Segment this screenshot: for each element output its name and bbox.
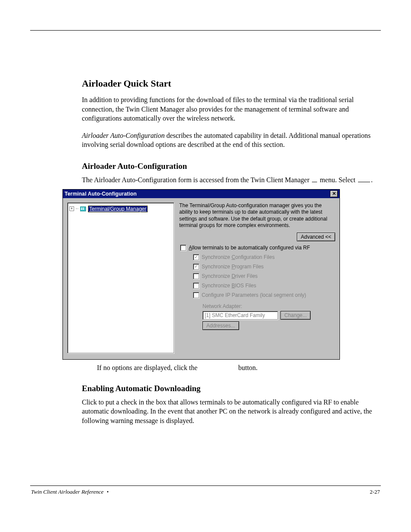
autoconfig-intro-b: menu. Select (318, 176, 357, 184)
dialog-description: The Terminal/Group Auto-configuration ma… (179, 202, 335, 229)
section-heading: Airloader Quick Start (82, 78, 377, 89)
opt-sync-drv-row: Synchronize Driver Files (193, 273, 335, 279)
addresses-button: Addresses... (202, 321, 239, 330)
opt-sync-prog-label: Synchronize Program Files (202, 264, 264, 270)
terminal-auto-config-dialog: Terminal Auto-Configuration ✕ + Terminal… (62, 189, 340, 360)
blank-1 (312, 182, 317, 182)
checkbox-sync-cfg (193, 254, 199, 260)
subheading-auto-config: Airloader Auto-Configuration (82, 162, 377, 171)
advanced-button[interactable]: Advanced << (297, 233, 335, 241)
adapter-value: [1] SMC EtherCard Family (202, 311, 278, 320)
svg-rect-2 (83, 208, 84, 208)
dialog-title: Terminal Auto-Configuration (65, 191, 137, 197)
adapter-label: Network Adapter: (202, 303, 335, 309)
note-a: If no options are displayed, click the (97, 364, 199, 371)
subheading-enable-auto: Enabling Automatic Downloading (82, 384, 377, 393)
change-button: Change... (280, 311, 311, 320)
checkbox-allow[interactable] (180, 245, 186, 251)
note-b: button. (237, 364, 258, 371)
autoconfig-intro-a: The Airloader Auto-Configuration form is… (82, 176, 311, 184)
svg-rect-4 (83, 209, 84, 210)
opt-sync-drv-label: Synchronize Driver Files (202, 273, 258, 279)
opt-sync-cfg-label: Synchronize Configuration Files (202, 254, 274, 260)
checkbox-sync-prog (193, 264, 199, 270)
opt-ip-row: Configure IP Parameters (local segment o… (193, 292, 335, 298)
tree-root-label[interactable]: Terminal/Group Manager (88, 205, 148, 212)
intro2-link: Airloader Auto-Configuration (82, 132, 165, 139)
opt-allow-label: Allow terminals to be automatically conf… (189, 245, 310, 251)
right-pane: The Terminal/Group Auto-configuration ma… (179, 202, 335, 353)
intro-paragraph-2: Airloader Auto-Configuration describes t… (82, 131, 377, 149)
note-after-dialog: If no options are displayed, click the A… (97, 364, 381, 372)
blank-2 (358, 182, 370, 182)
opt-sync-bios-label: Synchronize BIOS Files (202, 283, 256, 289)
intro-paragraph-1: In addition to providing functions for t… (82, 95, 377, 123)
opt-ip-label: Configure IP Parameters (local segment o… (202, 292, 306, 298)
svg-rect-1 (81, 208, 82, 208)
dialog-titlebar: Terminal Auto-Configuration ✕ (63, 190, 339, 198)
checkbox-sync-bios (193, 283, 199, 289)
tree-pane[interactable]: + Terminal/Group Manager (67, 202, 174, 353)
svg-rect-3 (81, 209, 82, 210)
footer-left: Twin Client Airloader Reference (31, 488, 103, 495)
checkbox-ip (193, 292, 199, 298)
close-icon[interactable]: ✕ (330, 190, 338, 197)
opt-sync-cfg-row: Synchronize Configuration Files (193, 254, 335, 260)
page-footer: Twin Client Airloader Reference • 2-27 (30, 486, 381, 495)
footer-right: 2-27 (370, 488, 380, 495)
opt-sync-prog-row: Synchronize Program Files (193, 264, 335, 270)
checkbox-sync-drv (193, 273, 199, 279)
tree-node-icon (80, 206, 86, 212)
autoconfig-intro: The Airloader Auto-Configuration form is… (82, 175, 377, 185)
enable-auto-paragraph: Click to put a check in the box that all… (82, 398, 377, 426)
top-rule (30, 30, 381, 31)
opt-allow-row[interactable]: Allow terminals to be automatically conf… (180, 245, 335, 251)
autoconfig-intro-c: . (371, 176, 373, 184)
tree-root-row[interactable]: + Terminal/Group Manager (69, 205, 172, 212)
opt-sync-bios-row: Synchronize BIOS Files (193, 283, 335, 289)
expand-icon[interactable]: + (69, 206, 74, 211)
